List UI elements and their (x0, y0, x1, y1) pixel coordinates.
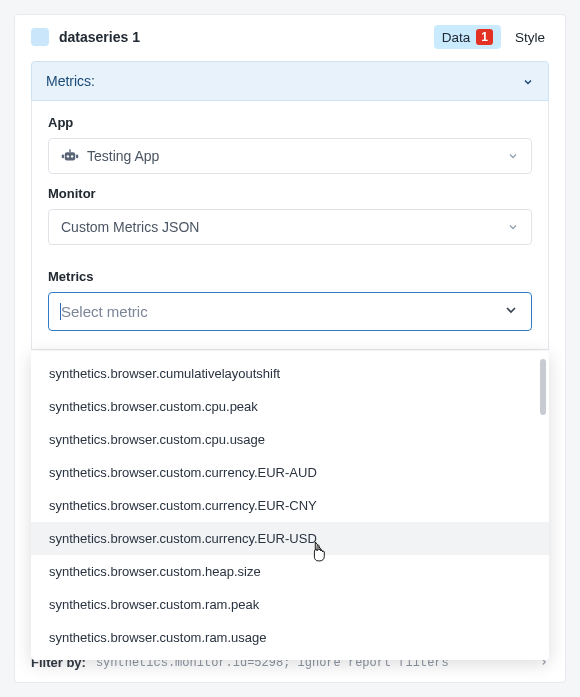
dropdown-item[interactable]: synthetics.browser.cumulativelayoutshift (31, 357, 549, 390)
series-checkbox[interactable] (31, 28, 49, 46)
monitor-label: Monitor (48, 186, 532, 201)
chevron-down-icon (522, 76, 534, 88)
tab-data[interactable]: Data 1 (434, 25, 501, 49)
dropdown-item[interactable]: synthetics.browser.custom.ram.peak (31, 588, 549, 621)
sections-container: Metrics: App Testing App Monitor Custom … (15, 61, 565, 682)
monitor-select[interactable]: Custom Metrics JSON (48, 209, 532, 245)
dropdown-item[interactable]: synthetics.browser.custom.currency.EUR-U… (31, 522, 549, 555)
dropdown-item[interactable]: synthetics.browser.custom.cpu.usage (31, 423, 549, 456)
svg-point-1 (67, 156, 69, 158)
dropdown-list: synthetics.browser.cumulativelayoutshift… (31, 357, 549, 654)
app-select[interactable]: Testing App (48, 138, 532, 174)
svg-rect-0 (65, 153, 76, 161)
svg-rect-3 (69, 150, 71, 153)
chevron-down-icon (507, 150, 519, 162)
robot-icon (61, 149, 79, 163)
svg-rect-5 (76, 155, 78, 159)
tab-data-badge: 1 (476, 29, 493, 45)
app-label: App (48, 115, 532, 130)
metrics-section-body: App Testing App Monitor Custom Metrics J… (31, 101, 549, 350)
text-cursor (60, 303, 61, 320)
dropdown-item[interactable]: synthetics.browser.custom.ram.usage (31, 621, 549, 654)
dropdown-item[interactable]: synthetics.browser.custom.currency.EUR-A… (31, 456, 549, 489)
metrics-placeholder: Select metric (61, 303, 503, 320)
monitor-value: Custom Metrics JSON (61, 219, 507, 235)
chevron-down-icon (507, 221, 519, 233)
tab-data-label: Data (442, 30, 471, 45)
chevron-down-icon (503, 302, 519, 321)
panel-header: dataseries 1 Data 1 Style (15, 15, 565, 61)
series-title: dataseries 1 (59, 29, 434, 45)
metrics-dropdown: synthetics.browser.cumulativelayoutshift… (31, 351, 549, 660)
tabs: Data 1 Style (434, 25, 549, 49)
metrics-label: Metrics (48, 269, 532, 284)
dataseries-panel: dataseries 1 Data 1 Style Metrics: App T… (14, 14, 566, 683)
tab-style[interactable]: Style (515, 30, 549, 45)
app-value: Testing App (87, 148, 507, 164)
dropdown-item[interactable]: synthetics.browser.custom.heap.size (31, 555, 549, 588)
svg-rect-4 (62, 155, 64, 159)
dropdown-item[interactable]: synthetics.browser.custom.currency.EUR-C… (31, 489, 549, 522)
metrics-section-header[interactable]: Metrics: (31, 61, 549, 101)
dropdown-item[interactable]: synthetics.browser.custom.cpu.peak (31, 390, 549, 423)
svg-point-2 (71, 156, 73, 158)
metrics-section-title: Metrics: (46, 73, 522, 89)
metrics-select[interactable]: Select metric (48, 292, 532, 331)
